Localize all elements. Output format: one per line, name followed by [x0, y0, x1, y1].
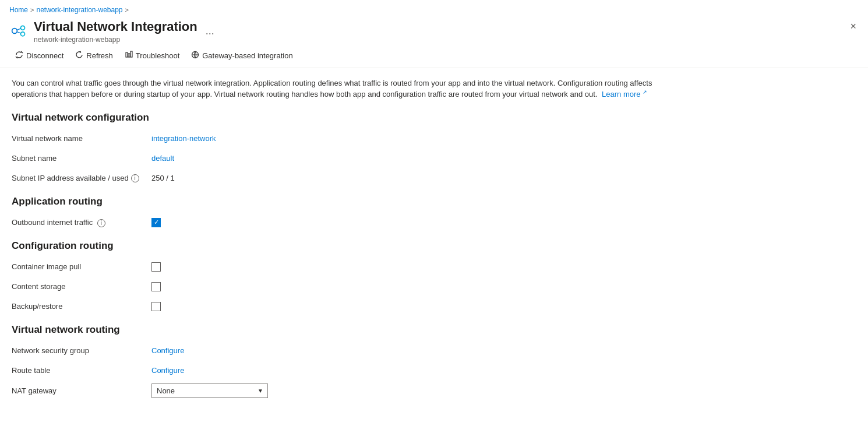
main-content: You can control what traffic goes throug… — [0, 68, 868, 413]
backup-restore-checkbox[interactable] — [151, 302, 161, 311]
svg-rect-7 — [126, 52, 128, 57]
breadcrumb: Home > network-integration-webapp > — [0, 0, 868, 16]
svg-rect-8 — [128, 54, 130, 57]
vnet-name-row: Virtual network name integration-network — [12, 132, 856, 146]
refresh-button[interactable]: Refresh — [69, 48, 119, 63]
subnet-name-row: Subnet name default — [12, 152, 856, 166]
page-subtitle: network-integration-webapp — [34, 36, 197, 44]
nat-gateway-value: None Configure ▼ — [151, 383, 268, 398]
subnet-ip-value: 250 / 1 — [151, 174, 175, 182]
route-table-label: Route table — [12, 366, 151, 375]
svg-rect-9 — [130, 51, 132, 57]
page-header: Virtual Network Integration network-inte… — [0, 16, 868, 44]
disconnect-button[interactable]: Disconnect — [9, 48, 69, 63]
app-routing-section-title: Application routing — [12, 196, 856, 207]
toolbar: Disconnect Refresh Troubleshoot — [0, 44, 868, 68]
container-image-pull-row: Container image pull — [12, 260, 856, 274]
breadcrumb-app[interactable]: network-integration-webapp — [36, 6, 122, 14]
header-more-menu[interactable]: ... — [203, 25, 217, 37]
route-table-value: Configure — [151, 366, 184, 375]
outbound-internet-traffic-row: Outbound internet traffic i — [12, 216, 856, 230]
subnet-name-link[interactable]: default — [151, 154, 174, 163]
nsg-value: Configure — [151, 346, 184, 355]
disconnect-icon — [15, 51, 23, 61]
breadcrumb-sep2: > — [125, 6, 129, 13]
subnet-name-label: Subnet name — [12, 154, 151, 163]
subnet-name-value: default — [151, 154, 174, 163]
nat-gateway-row: NAT gateway None Configure ▼ — [12, 383, 856, 398]
outbound-internet-traffic-label: Outbound internet traffic i — [12, 218, 151, 227]
container-image-pull-checkbox[interactable] — [151, 262, 161, 272]
route-table-configure-link[interactable]: Configure — [151, 366, 184, 375]
backup-restore-label: Backup/restore — [12, 302, 151, 311]
svg-point-2 — [21, 32, 25, 36]
close-button[interactable]: × — [848, 19, 859, 34]
nsg-configure-link[interactable]: Configure — [151, 346, 184, 355]
gateway-label: Gateway-based integration — [202, 51, 292, 60]
refresh-label: Refresh — [86, 51, 113, 60]
nsg-row: Network security group Configure — [12, 344, 856, 358]
learn-more-link[interactable]: Learn more ↗ — [602, 90, 647, 98]
content-storage-label: Content storage — [12, 282, 151, 291]
disconnect-label: Disconnect — [26, 51, 63, 60]
subnet-ip-info-icon[interactable]: i — [131, 174, 139, 182]
subnet-ip-row: Subnet IP address available / used i 250… — [12, 171, 856, 185]
vnet-integration-icon — [9, 22, 28, 40]
troubleshoot-label: Troubleshoot — [136, 51, 179, 60]
gateway-icon — [191, 51, 199, 61]
vnet-name-link[interactable]: integration-network — [151, 134, 216, 143]
nat-gateway-label: NAT gateway — [12, 386, 151, 395]
troubleshoot-icon — [125, 51, 133, 61]
breadcrumb-sep1: > — [30, 6, 34, 13]
svg-line-3 — [17, 29, 20, 30]
gateway-integration-button[interactable]: Gateway-based integration — [185, 48, 298, 63]
nsg-label: Network security group — [12, 346, 151, 355]
refresh-icon — [75, 51, 83, 61]
backup-restore-row: Backup/restore — [12, 300, 856, 314]
svg-point-0 — [12, 29, 17, 34]
troubleshoot-button[interactable]: Troubleshoot — [119, 48, 185, 63]
content-storage-checkbox[interactable] — [151, 282, 161, 291]
vnet-config-section-title: Virtual network configuration — [12, 112, 856, 124]
outbound-info-icon[interactable]: i — [97, 219, 105, 227]
content-storage-row: Content storage — [12, 280, 856, 294]
svg-line-4 — [17, 32, 20, 33]
outbound-internet-traffic-checkbox[interactable] — [151, 218, 161, 227]
vnet-name-value: integration-network — [151, 134, 216, 143]
vnet-name-label: Virtual network name — [12, 134, 151, 143]
container-image-pull-label: Container image pull — [12, 262, 151, 271]
config-routing-section-title: Configuration routing — [12, 240, 856, 252]
vnet-routing-section-title: Virtual network routing — [12, 324, 856, 336]
breadcrumb-home[interactable]: Home — [9, 6, 28, 14]
page-title: Virtual Network Integration — [34, 19, 197, 36]
nat-gateway-dropdown[interactable]: None Configure — [151, 383, 268, 398]
route-table-row: Route table Configure — [12, 364, 856, 378]
subnet-ip-label: Subnet IP address available / used i — [12, 174, 151, 182]
description-text: You can control what traffic goes throug… — [12, 78, 652, 100]
svg-point-1 — [21, 26, 25, 30]
